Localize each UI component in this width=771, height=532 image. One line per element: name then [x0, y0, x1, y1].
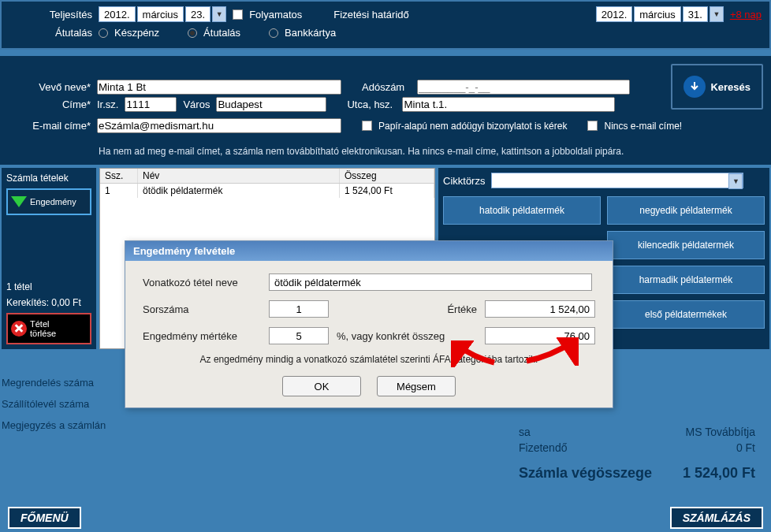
vevo-label: Vevő neve*: [8, 81, 91, 93]
teljesites-date[interactable]: 2012. március 23. ▼: [99, 6, 226, 22]
col-nev-head[interactable]: Név: [138, 169, 340, 183]
cell-nev: ötödik példatermék: [138, 184, 340, 198]
megsem-button[interactable]: Mégsem: [377, 376, 456, 396]
adoszam-input[interactable]: [417, 80, 630, 95]
keszpenz-radio[interactable]: [99, 28, 108, 38]
fomenu-button[interactable]: FŐMENÜ: [8, 507, 81, 529]
col-ssz-head[interactable]: Ssz.: [100, 169, 138, 183]
items-side-title: Számla tételek: [6, 173, 91, 184]
fizetesi-date[interactable]: 2012. március 31. ▼: [596, 6, 724, 22]
delete-btn-l1: Tétel: [30, 319, 56, 329]
vegosszeg-value: 1 524,00 Ft: [683, 465, 755, 482]
nincs-email-label: Nincs e-mail címe!: [604, 121, 682, 132]
close-icon: [11, 321, 27, 337]
mertek-label: Engedmény mértéke: [143, 330, 261, 342]
chevron-down-icon[interactable]: ▼: [728, 173, 743, 189]
chevron-down-icon[interactable]: ▼: [212, 6, 226, 22]
folyamatos-label: Folyamatos: [249, 9, 302, 20]
atutalas-label: Átutalás: [9, 27, 92, 39]
tetel-torlese-button[interactable]: Tétel törlése: [6, 313, 91, 344]
atutalas-radio[interactable]: [188, 28, 197, 38]
cell-osszeg: 1 524,00 Ft: [340, 184, 434, 198]
engedmeny-modal: Engedmény felvétele Vonatkozó tétel neve…: [125, 240, 613, 408]
col-osszeg-head[interactable]: Összeg: [340, 169, 434, 183]
fizetesi-day: 31.: [683, 6, 708, 22]
cell-ssz: 1: [100, 184, 138, 198]
sa-value: MS Továbbítja: [686, 426, 755, 438]
product-button[interactable]: negyedik példatermék: [607, 196, 765, 225]
atutalas-opt-label: Átutalás: [203, 27, 240, 39]
percent-or-label: %, vagy konkrét összeg: [337, 330, 445, 342]
varos-input[interactable]: [216, 97, 326, 112]
ertek-input[interactable]: [485, 300, 595, 318]
modal-title: Engedmény felvétele: [125, 241, 613, 261]
vegosszeg-label: Számla végösszege: [519, 465, 652, 482]
fizetesi-label: Fizetési határidő: [333, 9, 408, 20]
product-button[interactable]: hatodik példatermék: [443, 196, 601, 225]
tetel-count: 1 tétel: [6, 281, 91, 292]
email-input[interactable]: [97, 118, 341, 133]
vevo-input[interactable]: [97, 80, 341, 95]
plus-days-link[interactable]: +8 nap: [730, 9, 762, 20]
fizetesi-year: 2012.: [596, 6, 633, 22]
cim-label: Címe*: [8, 99, 91, 110]
megrendeles-label: Megrendelés száma: [2, 377, 136, 389]
fizetendo-value: 0 Ft: [736, 441, 755, 454]
irsz-label: Ir.sz.: [97, 99, 118, 110]
teljesites-year: 2012.: [99, 6, 136, 22]
ertek-label: Értéke: [447, 303, 477, 315]
teljesites-label: Teljesítés: [9, 9, 92, 20]
nincs-email-checkbox[interactable]: [587, 121, 598, 131]
email-label: E-mail címe*: [8, 120, 91, 132]
kereses-label: Keresés: [710, 81, 751, 93]
varos-label: Város: [183, 99, 210, 110]
table-row[interactable]: 1 ötödik példatermék 1 524,00 Ft: [100, 184, 434, 198]
kerekites-label: Kerekítés: 0,00 Ft: [6, 297, 91, 308]
irsz-input[interactable]: [125, 97, 177, 112]
email-note: Ha nem ad meg e-mail címet, a számla nem…: [8, 146, 763, 157]
product-button[interactable]: első példatermékek: [607, 300, 765, 329]
modal-note: Az engedmény mindig a vonatkozó számlaté…: [143, 354, 595, 365]
utca-input[interactable]: [402, 97, 615, 112]
product-button[interactable]: kilencedik példatermék: [607, 231, 765, 259]
engedmeny-button[interactable]: Engedmény: [6, 188, 91, 215]
cikktorzs-label: Cikktörzs: [443, 175, 485, 187]
chevron-down-icon[interactable]: ▼: [710, 6, 724, 22]
sorszam-input[interactable]: [269, 300, 329, 318]
tetelnev-input[interactable]: [269, 273, 592, 291]
engedmeny-btn-label: Engedmény: [30, 197, 76, 206]
teljesites-day: 23.: [185, 6, 210, 22]
product-button[interactable]: harmadik példatermék: [607, 266, 765, 294]
triangle-down-icon: [11, 196, 27, 207]
bankkartya-label: Bankkártya: [285, 27, 336, 39]
papir-checkbox[interactable]: [362, 121, 372, 131]
fizetendo-label: Fizetendő: [519, 441, 567, 454]
ok-button[interactable]: OK: [282, 376, 361, 396]
sa-label: sa: [519, 426, 531, 438]
delete-btn-l2: törlése: [30, 329, 56, 338]
papir-label: Papír-alapú nem adóügyi bizonylatot is k…: [378, 121, 567, 132]
utca-label: Utca, hsz.: [347, 99, 396, 110]
szamlazas-button[interactable]: SZÁMLÁZÁS: [670, 507, 763, 529]
cikktorzs-select[interactable]: ▼: [491, 173, 743, 188]
sorszam-label: Sorszáma: [143, 303, 261, 315]
fizetesi-month: március: [634, 6, 681, 22]
teljesites-month: március: [137, 6, 184, 22]
adoszam-label: Adószám: [362, 81, 411, 93]
keszpenz-label: Készpénz: [114, 27, 159, 39]
szallito-label: Szállítólevél száma: [2, 398, 136, 410]
tetelnev-label: Vonatkozó tétel neve: [143, 277, 261, 288]
bankkartya-radio[interactable]: [269, 28, 278, 38]
osszeg-input[interactable]: [485, 327, 595, 344]
folyamatos-checkbox[interactable]: [233, 9, 243, 20]
megjegyzes-label: Megjegyzés a számlán: [2, 419, 136, 431]
mertek-input[interactable]: [269, 327, 329, 344]
